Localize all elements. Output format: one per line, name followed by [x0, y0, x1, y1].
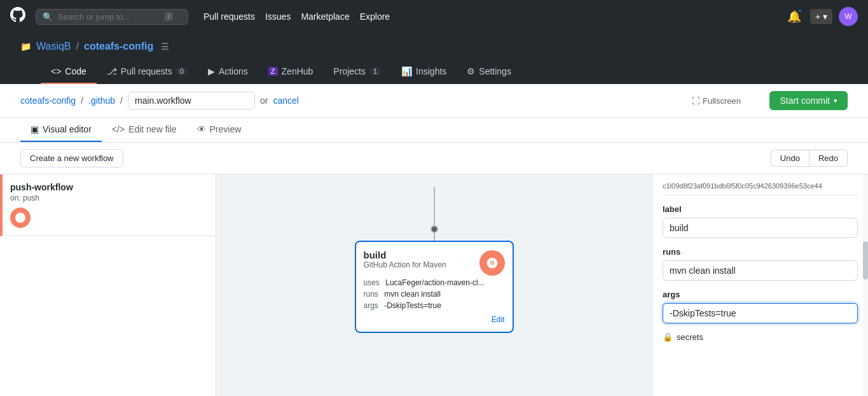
- dropdown-arrow-icon: ▾: [834, 97, 837, 105]
- workflow-name: push-workflow: [10, 182, 205, 192]
- right-panel: c1l09d8f23af091bdb6f5f0c05c9426309396e53…: [652, 174, 868, 396]
- connector-line-top: [434, 187, 435, 225]
- notifications-button[interactable]: 🔔: [785, 7, 804, 26]
- nav-issues[interactable]: Issues: [265, 11, 291, 22]
- tab-insights[interactable]: 📊 Insights: [391, 60, 457, 84]
- pull-request-count: 0: [176, 67, 188, 75]
- tab-code[interactable]: <> Code: [41, 60, 97, 84]
- node-subtitle: GitHub Action for Maven: [364, 260, 446, 269]
- connector-line-mid: [434, 233, 435, 241]
- workflow-icon[interactable]: [10, 208, 31, 228]
- editor-main: push-workflow on: push build GitHub Acti…: [0, 174, 868, 396]
- fullscreen-button[interactable]: ⛶ Fullscreen: [692, 96, 741, 106]
- create-new-button[interactable]: + ▾: [810, 9, 832, 24]
- canvas-node-container: build GitHub Action for Maven uses LucaF…: [355, 187, 514, 333]
- slash-badge: /: [165, 12, 173, 21]
- repo-owner-link[interactable]: WasiqB: [36, 41, 71, 52]
- git-pull-request-icon: ⎇: [107, 66, 117, 76]
- repo-icon: 📁: [20, 41, 31, 52]
- panel-hash: c1l09d8f23af091bdb6f5f0c05c9426309396e53…: [663, 182, 858, 195]
- tab-pull-requests[interactable]: ⎇ Pull requests 0: [97, 60, 198, 84]
- tab-projects[interactable]: Projects 1: [323, 60, 391, 84]
- workflow-node[interactable]: build GitHub Action for Maven uses LucaF…: [355, 241, 514, 333]
- tab-zenhub[interactable]: Z ZenHub: [258, 60, 324, 84]
- repo-name-link[interactable]: coteafs-config: [84, 41, 153, 52]
- avatar[interactable]: W: [839, 7, 858, 26]
- runs-input[interactable]: [663, 260, 858, 281]
- node-field-runs: runs mvn clean install: [364, 290, 505, 299]
- node-title: build: [364, 250, 446, 260]
- nav-links: Pull requests Issues Marketplace Explore: [203, 11, 390, 22]
- lock-icon: 🔒: [663, 332, 673, 342]
- settings-icon: ⚙: [467, 66, 475, 76]
- nav-icons: 🔔 + ▾ W: [785, 7, 858, 26]
- nav-explore[interactable]: Explore: [360, 11, 390, 22]
- node-edit-link[interactable]: Edit: [364, 315, 505, 324]
- breadcrumb-bar: coteafs-config / .github / or cancel ⛶ F…: [0, 84, 868, 118]
- editor-toolbar: Create a new workflow Undo Redo: [0, 143, 868, 174]
- args-input[interactable]: [663, 303, 858, 323]
- breadcrumb-slash-2: /: [120, 95, 123, 106]
- scrollbar-thumb[interactable]: [863, 241, 868, 279]
- repo-tabs: <> Code ⎇ Pull requests 0 ▶ Actions Z Ze…: [20, 60, 848, 84]
- undo-button[interactable]: Undo: [771, 150, 809, 167]
- repo-title-row: 📁 WasiqB / coteafs-config ☰: [20, 41, 848, 52]
- or-text: or: [260, 95, 268, 106]
- breadcrumb-segment1[interactable]: .github: [88, 95, 115, 106]
- tab-visual-editor[interactable]: ▣ Visual editor: [20, 118, 102, 142]
- tab-settings[interactable]: ⚙ Settings: [457, 60, 521, 84]
- start-commit-button[interactable]: Start commit ▾: [769, 91, 848, 110]
- node-icon: [479, 250, 505, 276]
- search-icon: 🔍: [43, 12, 53, 22]
- cancel-link[interactable]: cancel: [273, 95, 298, 106]
- sidebar: push-workflow on: push: [0, 174, 216, 396]
- sidebar-workflow-item[interactable]: push-workflow on: push: [0, 174, 216, 236]
- separator: /: [76, 41, 79, 52]
- zenhub-icon: Z: [268, 67, 278, 76]
- tab-preview[interactable]: 👁 Preview: [187, 118, 252, 142]
- search-input[interactable]: [58, 12, 160, 22]
- args-field-label: args: [663, 290, 858, 299]
- code-icon: <>: [51, 66, 61, 76]
- canvas-area: build GitHub Action for Maven uses LucaF…: [216, 174, 652, 396]
- nav-marketplace[interactable]: Marketplace: [301, 11, 349, 22]
- panel-secrets[interactable]: 🔒 secrets: [663, 332, 858, 342]
- edit-file-icon: </>: [112, 124, 125, 134]
- label-field-label: label: [663, 204, 858, 214]
- undo-redo-group: Undo Redo: [771, 150, 848, 167]
- nav-pull-requests[interactable]: Pull requests: [203, 11, 255, 22]
- github-logo-icon[interactable]: [10, 7, 25, 26]
- filename-input[interactable]: [128, 92, 255, 110]
- editor-tabs: ▣ Visual editor </> Edit new file 👁 Prev…: [0, 118, 868, 143]
- top-nav: 🔍 / Pull requests Issues Marketplace Exp…: [0, 0, 868, 33]
- search-box[interactable]: 🔍 /: [36, 9, 188, 25]
- node-dot: [431, 225, 438, 233]
- preview-icon: 👁: [197, 124, 206, 134]
- runs-field-label: runs: [663, 247, 858, 257]
- visual-editor-icon: ▣: [31, 124, 39, 134]
- redo-button[interactable]: Redo: [809, 150, 848, 167]
- create-workflow-button[interactable]: Create a new workflow: [20, 149, 123, 167]
- tab-actions[interactable]: ▶ Actions: [198, 60, 258, 84]
- scrollbar-track[interactable]: [863, 174, 868, 396]
- projects-count: 1: [369, 67, 381, 75]
- node-field-args: args -DskipTests=true: [364, 301, 505, 310]
- breadcrumb-root[interactable]: coteafs-config: [20, 95, 76, 106]
- insights-icon: 📊: [401, 66, 412, 76]
- right-panel-scroll: c1l09d8f23af091bdb6f5f0c05c9426309396e53…: [652, 174, 868, 350]
- workflow-trigger: on: push: [10, 194, 205, 202]
- repo-menu-icon[interactable]: ☰: [161, 41, 169, 52]
- tab-edit-new-file[interactable]: </> Edit new file: [102, 118, 187, 142]
- fullscreen-icon: ⛶: [692, 96, 700, 106]
- breadcrumb-slash-1: /: [81, 95, 83, 106]
- node-field-uses: uses LucaFeger/action-maven-cl...: [364, 278, 505, 287]
- label-input[interactable]: [663, 218, 858, 238]
- node-header: build GitHub Action for Maven: [364, 250, 505, 276]
- actions-icon: ▶: [208, 66, 215, 76]
